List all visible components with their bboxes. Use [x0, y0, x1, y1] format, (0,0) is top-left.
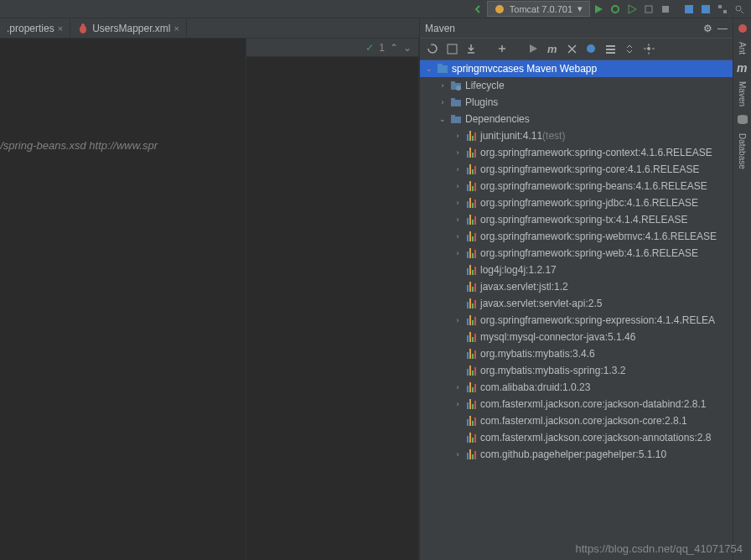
tab-usersmapper[interactable]: UsersMapper.xml × — [70, 18, 187, 39]
dependency-node[interactable]: ›org.springframework:spring-jdbc:4.1.6.R… — [420, 194, 733, 211]
tab-properties[interactable]: .properties × — [0, 18, 70, 39]
expand-arrow[interactable]: ⌄ — [438, 115, 447, 123]
run-config-combo[interactable]: Tomcat 7.0.701 ▾ — [487, 1, 590, 17]
dependency-node[interactable]: javax.servlet:jstl:1.2 — [420, 278, 733, 295]
maven-tree[interactable]: ⌄ springmvccases Maven Webapp › Lifecycl… — [420, 60, 733, 560]
dependency-node[interactable]: ›junit:junit:4.11 (test) — [420, 127, 733, 144]
expand-arrow[interactable]: › — [453, 215, 462, 224]
svg-rect-15 — [606, 45, 615, 47]
run-icon[interactable] — [527, 43, 540, 55]
svg-rect-27 — [451, 115, 455, 117]
add-icon[interactable] — [496, 43, 509, 55]
svg-rect-19 — [438, 65, 448, 73]
project-label: springmvccases Maven Webapp — [452, 63, 597, 75]
profile-icon[interactable] — [642, 3, 655, 16]
svg-rect-2 — [645, 6, 652, 13]
svg-rect-25 — [451, 98, 455, 101]
tab-label: .properties — [7, 23, 54, 34]
ant-icon[interactable] — [736, 22, 749, 35]
coverage-icon[interactable] — [625, 3, 639, 16]
database-label[interactable]: Database — [738, 130, 747, 173]
dependency-node[interactable]: ›com.alibaba:druid:1.0.23 — [420, 379, 733, 396]
lifecycle-node[interactable]: › Lifecycle — [420, 77, 733, 94]
folder-icon — [449, 96, 463, 109]
dependency-node[interactable]: mysql:mysql-connector-java:5.1.46 — [420, 329, 733, 345]
bug-icon — [77, 23, 89, 34]
download-icon[interactable] — [465, 43, 478, 55]
generate-icon[interactable] — [446, 43, 458, 55]
dependency-node[interactable]: ›org.springframework:spring-context:4.1.… — [420, 144, 733, 161]
expand-arrow[interactable]: › — [453, 400, 462, 408]
expand-arrow[interactable]: › — [453, 182, 462, 190]
dependency-node[interactable]: ›com.fasterxml.jackson.core:jackson-data… — [420, 396, 733, 412]
expand-arrow[interactable]: › — [453, 165, 462, 174]
skip-tests-icon[interactable] — [585, 43, 598, 55]
expand-arrow[interactable]: › — [453, 232, 462, 241]
stop-icon[interactable] — [659, 3, 672, 16]
project-node[interactable]: ⌄ springmvccases Maven Webapp — [420, 60, 733, 77]
library-icon — [464, 347, 478, 360]
settings-icon[interactable] — [643, 43, 655, 55]
dependency-node[interactable]: ›org.springframework:spring-web:4.1.6.RE… — [420, 245, 733, 262]
expand-arrow[interactable]: › — [453, 316, 462, 324]
gear-icon[interactable]: ⚙ — [703, 23, 712, 34]
expand-arrow[interactable]: › — [453, 450, 462, 459]
editor-right[interactable]: ✓ 1 ⌃ ⌄ — [246, 39, 419, 560]
ant-label[interactable]: Ant — [738, 39, 747, 58]
expand-arrow[interactable]: ⌄ — [425, 65, 433, 73]
toggle-offline-icon[interactable] — [566, 43, 578, 55]
chevron-down-icon[interactable]: ⌄ — [403, 42, 412, 54]
reimport-icon[interactable] — [427, 43, 439, 55]
dependencies-node[interactable]: ⌄ Dependencies — [420, 111, 733, 127]
structure-icon[interactable] — [716, 3, 729, 16]
minimize-icon[interactable]: — — [717, 23, 728, 34]
back-icon[interactable] — [472, 3, 485, 16]
panel-title: Maven — [425, 23, 455, 34]
maven-toolbar: m — [420, 39, 733, 60]
show-deps-icon[interactable] — [604, 43, 617, 55]
maven-icon[interactable]: m — [736, 61, 749, 75]
dependency-node[interactable]: ›com.github.pagehelper:pagehelper:5.1.10 — [420, 446, 733, 463]
dependency-node[interactable]: org.mybatis:mybatis-spring:1.3.2 — [420, 362, 733, 379]
dependency-node[interactable]: com.fasterxml.jackson.core:jackson-annot… — [420, 429, 733, 446]
dependency-node[interactable]: ›org.springframework:spring-beans:4.1.6.… — [420, 178, 733, 194]
debug-icon[interactable] — [609, 3, 622, 16]
dependency-node[interactable]: ›org.springframework:spring-core:4.1.6.R… — [420, 161, 733, 178]
svg-rect-4 — [685, 5, 693, 13]
svg-line-9 — [741, 11, 743, 13]
dependency-node[interactable]: javax.servlet:servlet-api:2.5 — [420, 295, 733, 312]
dependency-node[interactable]: ›org.springframework:spring-expression:4… — [420, 312, 733, 329]
library-icon — [464, 297, 478, 310]
expand-arrow[interactable]: › — [453, 249, 462, 257]
close-icon[interactable]: × — [58, 23, 63, 34]
dependency-node[interactable]: org.mybatis:mybatis:3.4.6 — [420, 345, 733, 362]
m-icon[interactable]: m — [546, 43, 559, 55]
run-icon[interactable] — [592, 3, 605, 16]
close-icon[interactable]: × — [174, 23, 179, 34]
tab-label: UsersMapper.xml — [92, 23, 170, 34]
expand-arrow[interactable]: › — [453, 148, 462, 157]
expand-arrow[interactable]: › — [438, 81, 447, 90]
watermark: https://blog.csdn.net/qq_41071754 — [576, 542, 743, 555]
update-icon[interactable] — [682, 3, 696, 16]
expand-arrow[interactable]: › — [453, 383, 462, 391]
dependency-node[interactable]: log4j:log4j:1.2.17 — [420, 262, 733, 278]
dependency-label: com.fasterxml.jackson.core:jackson-core:… — [480, 415, 687, 427]
dependency-label: javax.servlet:jstl:1.2 — [480, 281, 568, 293]
chevron-up-icon[interactable]: ⌃ — [390, 42, 398, 54]
dependency-node[interactable]: com.fasterxml.jackson.core:jackson-core:… — [420, 412, 733, 429]
maven-label[interactable]: Maven — [738, 78, 747, 110]
plugins-node[interactable]: › Plugins — [420, 94, 733, 111]
editor-left[interactable]: pringframework.org/schema/beans/spring-b… — [0, 39, 246, 560]
library-icon — [464, 431, 478, 444]
git-icon[interactable] — [699, 3, 712, 16]
expand-arrow[interactable]: › — [453, 132, 462, 140]
database-icon[interactable] — [736, 113, 749, 127]
collapse-icon[interactable] — [624, 43, 636, 55]
expand-arrow[interactable]: › — [438, 98, 447, 106]
library-icon — [464, 314, 478, 327]
dependency-node[interactable]: ›org.springframework:spring-webmvc:4.1.6… — [420, 228, 733, 245]
expand-arrow[interactable]: › — [453, 199, 462, 207]
search-icon[interactable] — [733, 3, 746, 16]
dependency-node[interactable]: ›org.springframework:spring-tx:4.1.4.REL… — [420, 211, 733, 228]
